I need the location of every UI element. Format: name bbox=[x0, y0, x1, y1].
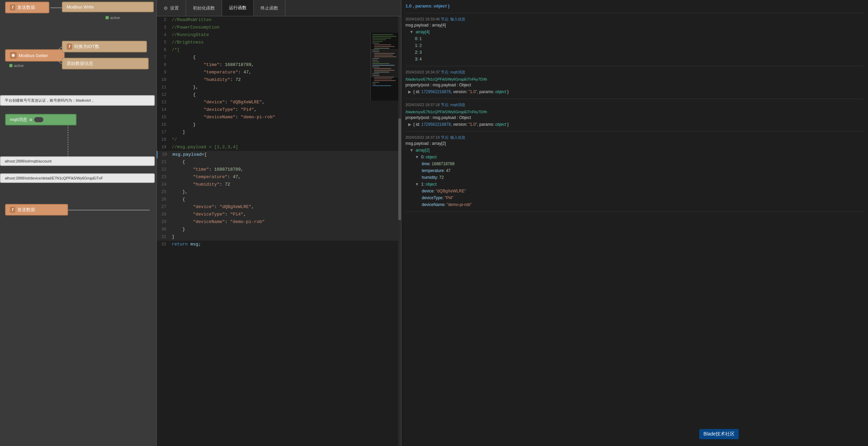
code-line-3: 3 //PowerConsumption bbox=[157, 24, 401, 31]
code-line-22: 22 "time": 1688718789, bbox=[157, 166, 401, 173]
debug-entry-timestamp4: 2024/10/22 18:37:19 节点: 输入信息 msg.payload… bbox=[405, 135, 864, 212]
svg-rect-7 bbox=[372, 36, 396, 37]
line-content-31: ] bbox=[170, 233, 401, 241]
collapse-arrow-4[interactable]: ▼ bbox=[410, 148, 414, 153]
line-content-2: //ReadMsWritten bbox=[170, 16, 401, 24]
obj0-label: ▼ 0: object bbox=[415, 154, 864, 160]
code-line-6: 6 /*[ bbox=[157, 46, 401, 54]
line-content-17: ] bbox=[170, 128, 401, 136]
active-badge-getter: active bbox=[9, 64, 24, 68]
line-content-4: //RunningState bbox=[170, 31, 401, 39]
svg-rect-6 bbox=[372, 34, 393, 35]
array-item-1: 1: 2 bbox=[415, 42, 864, 49]
line-num-13: 13 bbox=[157, 99, 170, 106]
line-content-13: "device": "dQBgXeWLRE", bbox=[170, 99, 401, 106]
watermark: Blade技术社区 bbox=[699, 429, 739, 439]
code-line-25: 25 }, bbox=[157, 188, 401, 196]
code-line-16: 16 } bbox=[157, 121, 401, 128]
scrollbar-track[interactable] bbox=[398, 16, 401, 446]
editor-wrapper: 2 //ReadMsWritten 3 //PowerConsumption 4… bbox=[157, 16, 401, 446]
svg-rect-12 bbox=[374, 45, 391, 45]
code-line-8: 8 "time": 1688718789, bbox=[157, 61, 401, 69]
code-line-10: 10 "humidity": 72 bbox=[157, 76, 401, 84]
svg-rect-37 bbox=[371, 50, 401, 77]
toggle-icon[interactable] bbox=[34, 117, 44, 122]
svg-rect-9 bbox=[372, 39, 386, 40]
line-num-8: 8 bbox=[157, 61, 170, 69]
platform-text-label: 平台创建账号可直连认证，账号密码均为：bladexiot， bbox=[5, 98, 95, 103]
mqtt-inline-1: ▶ { id: 1729562218878, version: "1.0", p… bbox=[405, 88, 864, 95]
line-num-26: 26 bbox=[157, 196, 170, 203]
scrollbar-thumb[interactable] bbox=[398, 118, 401, 220]
debug-entry-timestamp2: 2024/10/22 18:34:37 节点: mqtt消息 /blade/sy… bbox=[405, 70, 864, 99]
convert-iot-node[interactable]: f 转换为IOT数 bbox=[62, 41, 147, 52]
line-num-6: 6 bbox=[157, 46, 170, 54]
url1-label: alhost:2888/iot/mqtt/account bbox=[5, 159, 52, 163]
line-num-19: 19 bbox=[157, 143, 170, 151]
line-num-30: 30 bbox=[157, 226, 170, 233]
line-content-8: "time": 1688718789, bbox=[170, 61, 401, 69]
svg-rect-8 bbox=[372, 38, 391, 38]
tab-settings[interactable]: ⚙ 设置 bbox=[157, 0, 186, 16]
line-content-27: "device": "dQBgXeWLRE", bbox=[170, 203, 401, 211]
line-content-28: "deviceType": "Pi4", bbox=[170, 211, 401, 218]
line-content-6: /*[ bbox=[170, 46, 401, 54]
svg-rect-10 bbox=[372, 41, 383, 42]
svg-rect-11 bbox=[372, 43, 379, 44]
line-num-17: 17 bbox=[157, 128, 170, 136]
obj1-arrow[interactable]: ▼ bbox=[415, 182, 419, 187]
collapse-arrow-1[interactable]: ▼ bbox=[410, 30, 414, 34]
line-num-25: 25 bbox=[157, 188, 170, 196]
tab-run-func[interactable]: 运行函数 bbox=[222, 0, 254, 16]
mqtt-path-1: /blade/sys/E7N1cQPFik5/Wy6GmjpEiTnFky7D/… bbox=[405, 76, 864, 83]
tab-init-func[interactable]: 初始化函数 bbox=[186, 0, 222, 16]
line-content-15: "deviceName": "demo-pi-rob" bbox=[170, 114, 401, 121]
array2-label: ▼ array[2] bbox=[410, 147, 864, 154]
line-content-7: { bbox=[170, 54, 401, 61]
code-area[interactable]: 2 //ReadMsWritten 3 //PowerConsumption 4… bbox=[157, 16, 401, 248]
mqtt-inline-2: ▶ { id: 1729562218878, version: "1.0", p… bbox=[405, 121, 864, 128]
active-dot bbox=[105, 16, 109, 19]
expand-arrow-2[interactable]: ▶ bbox=[408, 89, 411, 94]
line-num-27: 27 bbox=[157, 203, 170, 211]
line-num-7: 7 bbox=[157, 54, 170, 61]
code-line-2: 2 //ReadMsWritten bbox=[157, 16, 401, 24]
code-line-28: 28 "deviceType": "Pi4", bbox=[157, 211, 401, 218]
code-line-27: 27 "device": "dQBgXeWLRE", bbox=[157, 203, 401, 211]
expand-arrow-3[interactable]: ▶ bbox=[408, 122, 411, 127]
line-num-16: 16 bbox=[157, 121, 170, 128]
obj0-temp: temperature: 47 bbox=[422, 167, 864, 174]
send-data-top-label: 发送数据 bbox=[17, 4, 35, 11]
send-data-top-node[interactable]: f 发送数据 bbox=[5, 2, 49, 13]
line-content-12: { bbox=[170, 91, 401, 99]
url1-node: alhost:2888/iot/mqtt/account bbox=[0, 156, 155, 166]
array4-type: array[4] bbox=[416, 30, 430, 34]
send-data-bottom-node[interactable]: f 发送数据 bbox=[5, 204, 68, 216]
node-name-4: 节点: 输入信息 bbox=[441, 135, 465, 139]
svg-rect-33 bbox=[374, 80, 396, 81]
obj0-arrow[interactable]: ▼ bbox=[415, 155, 419, 159]
tab-run-func-label: 运行函数 bbox=[229, 5, 247, 11]
line-content-9: "temperature": 47, bbox=[170, 69, 401, 76]
array2-type: array[2] bbox=[416, 148, 430, 153]
modbus-write-node[interactable]: Modbus Write bbox=[62, 2, 154, 12]
tab-stop-func[interactable]: 终止函数 bbox=[254, 0, 285, 16]
line-content-26: { bbox=[170, 196, 401, 203]
line-num-32: 32 bbox=[157, 241, 170, 248]
modbus-getter-node[interactable]: ✱ Modbus Getter bbox=[5, 49, 65, 62]
debug-panel[interactable]: 1.0 , params: object } 2024/10/22 18:33:… bbox=[401, 0, 868, 446]
line-num-24: 24 bbox=[157, 181, 170, 188]
svg-rect-35 bbox=[372, 84, 376, 84]
svg-rect-32 bbox=[374, 79, 392, 79]
line-content-24: "humidity": 72 bbox=[170, 181, 401, 188]
editor-tabs: ⚙ 设置 初始化函数 运行函数 终止函数 bbox=[157, 0, 401, 16]
code-line-23: 23 "temperature": 47, bbox=[157, 173, 401, 181]
line-content-20: msg.payload=[ bbox=[171, 151, 401, 158]
mqtt-msg-node[interactable]: mqtt消息 ≡ bbox=[5, 114, 77, 125]
code-line-19: 19 //msg.payload = [1,2,3,4] bbox=[157, 143, 401, 151]
raw-data-node[interactable]: 原始数据信息 bbox=[62, 58, 149, 69]
line-content-5: //Brightness bbox=[170, 39, 401, 46]
array4-label: ▼ array[4] bbox=[410, 29, 864, 35]
line-content-19: //msg.payload = [1,2,3,4] bbox=[170, 143, 401, 151]
code-line-11: 11 }, bbox=[157, 84, 401, 91]
